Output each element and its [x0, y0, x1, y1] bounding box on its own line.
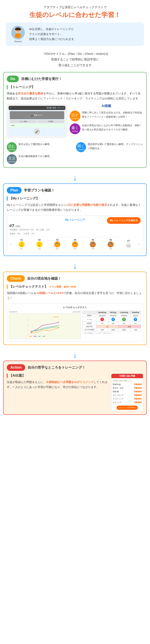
do-badge: Do: [7, 76, 19, 82]
svg-text:0: 0: [28, 334, 28, 336]
svg-text:★: ★: [55, 316, 56, 318]
training-number: #7 /485: [10, 224, 20, 228]
svg-text:L: L: [40, 336, 42, 337]
arrow-check-to-action: ↓: [0, 351, 150, 359]
do-section-header: Do 目標にむけた学習を実行！: [7, 76, 143, 82]
svg-text:6: 6: [28, 324, 28, 326]
lc-note: ＊おすすめ教材はレベルに応じて表示されます: [82, 332, 141, 334]
do-section: Do 目標にむけた学習を実行！ 【トレーニング】 実績ある旺文社の優良な教材を中…: [3, 72, 147, 168]
plan-header-text: 学習プランを確認！: [24, 188, 54, 192]
lc-table-area: Speaking Writing Listening Reading 実施日 2…: [82, 311, 141, 339]
reading-icon: 読む Reading: [7, 142, 17, 152]
svg-rect-22: [30, 336, 31, 336]
action-row-6: リスニング 問題/解答: [112, 401, 142, 404]
ai-title: AI搭載: [70, 104, 144, 108]
check-badge: Check: [7, 275, 25, 282]
feature-speaking: 話す Speaking 実際に声に出して英文を読み上げる。自動採点で判定結果をフ…: [70, 110, 144, 122]
action-section: Action 自分の苦手なところをトレーニング！ 【AI出題】 生徒が取組んだ問…: [3, 360, 147, 415]
check-section-header: Check 自分の現在地を確認！: [7, 275, 143, 282]
do-section-title: 【トレーニング】: [7, 85, 143, 89]
my-training-mockup: My トレーニング #7 /485 学習期間：2021年4月〜3月 残り日数：1…: [7, 216, 143, 252]
action-body: 【AI出題】 生徒が取組んだ問題をもとに、今後取組むべき問題をAIがリコメンドし…: [7, 374, 143, 411]
svg-rect-28: [43, 336, 44, 336]
svg-text:R: R: [45, 336, 46, 337]
unit-item-5: #5 🥉 320: [84, 238, 102, 250]
svg-point-1: [15, 33, 21, 38]
lc-table: Speaking Writing Listening Reading 実施日 2…: [82, 311, 141, 332]
student-icon-area: Student: [10, 26, 26, 42]
check-body-text: 現段階の4技能レベルを10段階レベルとCEFRで評価。自分の現在位置と苦手を見つ…: [7, 291, 143, 301]
reading-desc: 英文を読んで選択肢から解答。: [18, 142, 74, 146]
action-section-header: Action 自分の苦手なところをトレーニング！: [7, 364, 143, 371]
grammar-desc: 文法の解説動画見てから解答。: [18, 154, 72, 158]
intro-box: Student AIを活用し、生徒のトレーニングと テストの反復をサポート。 効…: [6, 22, 144, 46]
svg-point-15: [30, 333, 32, 334]
student-label: Student: [10, 40, 26, 42]
feature-grammar: 文法 Grammar 文法の解説動画見てから解答。: [7, 154, 72, 164]
svg-text:★: ★: [53, 316, 54, 318]
features-row2: 読む Reading 英文を読んで選択肢から解答。 聞く Listening 英…: [7, 142, 143, 152]
writing-desc: 生徒の表現を活かしながらAIで即時に自動採点・添削！並べ替えか和文英訳をテキスト…: [82, 124, 144, 134]
training-progress: 達成率 0% 正答率 0%: [10, 232, 50, 235]
action-body-text: 生徒が取組んだ問題をもとに、今後取組むべき問題をAIがリコメンドしてくれます。一…: [7, 380, 108, 390]
plan-badge: Plan: [7, 187, 22, 194]
listening-icon: 聞く Listening: [76, 142, 86, 152]
action-start-button[interactable]: トレーニングを始める: [116, 406, 138, 410]
prev-unit-button[interactable]: ‹: [10, 242, 12, 246]
do-header-text: 目標にむけた学習を実行！: [21, 76, 62, 81]
arrow-plan-to-check: ↓: [0, 262, 150, 270]
action-row-4: スピーキング 問題/解答: [112, 394, 142, 397]
plan-section-title: 【Myトレーニング】: [7, 196, 143, 200]
unit-item-1: #1 🏆 221: [13, 238, 30, 250]
feature-reading: 読む Reading 英文を読んで選択肢から解答。: [7, 142, 74, 152]
app-mockup-area: × 単語帳 熟語 スキップ 📷 画像エリア リスト表示 日本語 H: [7, 104, 67, 140]
svg-point-5: [20, 30, 22, 32]
action-text: 【AI出題】 生徒が取組んだ問題をもとに、今後取組むべき問題をAIがリコメンドし…: [7, 374, 108, 411]
writing-icon: 書く Writing: [70, 124, 80, 134]
header-section: アダプティブな演習とレベルチェックテストで 生徒のレベルに合わせた学習！: [0, 0, 150, 22]
lc-title: レベルチェックテスト: [9, 306, 141, 309]
lc-chart-area: 2019/4/24 2022/2/25 0 3: [9, 311, 81, 339]
svg-text:W: W: [36, 336, 37, 337]
unit-item-3: #3 🏅 351: [48, 238, 66, 250]
feature-writing: 書く Writing 生徒の表現を活かしながらAIで即時に自動採点・添削！並べ替…: [70, 124, 144, 134]
svg-point-18: [58, 322, 59, 322]
check-header-text: 自分の現在地を確認！: [27, 276, 61, 281]
app-mockup: × 単語帳 熟語 スキップ 📷 画像エリア リスト表示 日本語 H: [7, 104, 67, 138]
feature-listening: 聞く Listening 英語音声を聞いて選択肢から解答。ディクテーション問題付…: [76, 142, 143, 152]
action-phone-header: 今後取り組む問題: [112, 374, 143, 378]
action-phone: 今後取り組む問題 今後取り組む問題リスト 英検準1級 問題/解答 英文法・語法 …: [111, 374, 143, 411]
arrow-do-to-plan: ↓: [0, 174, 150, 182]
check-section: Check 自分の現在地を確認！ 【レベルチェックテスト】 テスト時間：各20〜…: [3, 272, 147, 345]
student-avatar: [11, 26, 25, 40]
listening-desc: 英語音声を聞いて選択肢から解答。ディクテーション問題付き。: [88, 142, 143, 150]
svg-point-17: [30, 332, 32, 332]
action-mockup: 今後取り組む問題 今後取り組む問題リスト 英検準1級 問題/解答 英文法・語法 …: [111, 374, 143, 411]
action-row-2: 英文法・語法 問題/解答: [112, 386, 142, 390]
action-row-1: 英検準1級 問題/解答: [112, 383, 142, 386]
plan-body-text: Myトレーニングでは設定した学習期間をもとに1日に必要な問題数が自動で提示されま…: [7, 202, 143, 212]
header-main-title: 生徒のレベルに合わせた学習！: [6, 10, 144, 20]
pdca-description: 「PDCAサイクル」(Plan→Do→Check→Action)を 意識すること…: [0, 49, 150, 72]
action-row-3: 英検2級 問題/解答: [112, 390, 142, 394]
lc-chart: 0 3 6 9: [9, 313, 81, 339]
svg-point-4: [14, 30, 16, 32]
training-meta: 学習期間：2021年4月〜3月 残り日数：110: [10, 228, 50, 231]
next-unit-button[interactable]: ›: [138, 242, 140, 246]
header-sub: アダプティブな演習とレベルチェックテストで: [6, 5, 144, 10]
unit-item-7: #7 📖: [120, 240, 137, 249]
speaking-desc: 実際に声に出して英文を読み上げる。自動採点で判定結果をフィードバック！面接対策に…: [82, 110, 144, 122]
svg-point-16: [58, 327, 59, 328]
level-check-mockup: レベルチェックテスト 2019/4/24 2022/2/25: [7, 304, 143, 342]
svg-text:3: 3: [28, 330, 28, 331]
unit-item-4: #4 🏅 320: [66, 238, 84, 250]
check-title-area: 【レベルチェックテスト】 テスト時間：各20〜25分: [7, 284, 143, 289]
intro-text: AIを活用し、生徒のトレーニングと テストの反復をサポート。 効率よく英語力を身…: [29, 26, 77, 42]
plan-section-header: Plan 学習プランを確認！: [7, 187, 143, 194]
start-training-button[interactable]: My トレーニングを始める: [107, 217, 140, 224]
unit-row: ‹ #1 🏆 221 #2 🏆 321 #3 🏅 351 #4 🏅 320: [10, 237, 140, 250]
action-badge: Action: [7, 364, 25, 371]
lc-grid: 2019/4/24 2022/2/25 0 3: [9, 311, 141, 339]
ai-features-area: AI搭載 話す Speaking 実際に声に出して英文を読み上げる。自動採点で判…: [70, 104, 144, 140]
action-header-text: 自分の苦手なところをトレーニング！: [28, 365, 86, 370]
